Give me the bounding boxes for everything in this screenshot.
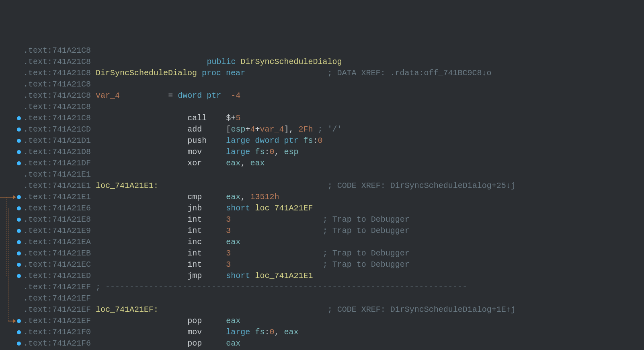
gutter-row[interactable] [0,101,23,113]
gutter-row[interactable] [0,56,23,68]
breakpoint-marker[interactable] [17,274,21,278]
gutter-row[interactable] [0,79,23,90]
gutter-row[interactable] [0,191,23,203]
disasm-line[interactable]: .text:741A21C8 public DirSyncScheduleDia… [23,56,644,68]
gutter-row[interactable] [0,68,23,79]
disasm-line[interactable]: .text:741A21EB int 3 ; Trap to Debugger [23,248,644,259]
code-pane[interactable]: .text:741A21C8 .text:741A21C8 public Dir… [23,45,644,350]
breakpoint-marker[interactable] [17,218,21,222]
breakpoint-marker[interactable] [17,195,21,199]
gutter-row[interactable] [0,214,23,225]
disasm-line[interactable]: .text:741A21D8 mov large fs:0, esp [23,146,644,158]
disasm-line[interactable]: .text:741A21C8 DirSyncScheduleDialog pro… [23,68,644,79]
gutter-row[interactable] [0,338,23,349]
breakpoint-marker[interactable] [17,161,21,165]
disasm-line[interactable]: .text:741A21E9 int 3 ; Trap to Debugger [23,225,644,237]
breakpoint-marker[interactable] [17,150,21,154]
flow-line [6,197,6,276]
disasm-line[interactable]: .text:741A21E8 int 3 ; Trap to Debugger [23,214,644,225]
gutter-row[interactable] [0,282,23,293]
disassembly-view[interactable]: .text:741A21C8 .text:741A21C8 public Dir… [0,45,644,350]
gutter-row[interactable] [0,304,23,315]
jump-arrow-icon [0,197,15,198]
gutter-row[interactable] [0,180,23,191]
breakpoint-marker[interactable] [17,139,21,143]
disasm-line[interactable]: .text:741A21E1 [23,169,644,180]
disasm-line[interactable]: .text:741A21EC int 3 ; Trap to Debugger [23,259,644,270]
gutter-row[interactable] [0,327,23,338]
disasm-line[interactable]: .text:741A21F6 pop eax [23,338,644,349]
disasm-line[interactable]: .text:741A21EF loc_741A21EF: ; CODE XREF… [23,304,644,315]
disasm-line[interactable]: .text:741A21C8 call $+5 [23,113,644,124]
gutter-row[interactable] [0,113,23,124]
disasm-line[interactable]: .text:741A21EF [23,293,644,304]
gutter-row[interactable] [0,90,23,101]
gutter-row[interactable] [0,169,23,180]
gutter-row[interactable] [0,270,23,282]
gutter-row[interactable] [0,315,23,327]
disasm-line[interactable]: .text:741A21D1 push large dword ptr fs:0 [23,135,644,146]
gutter-row[interactable] [0,124,23,135]
gutter-row[interactable] [0,158,23,169]
disasm-line[interactable]: .text:741A21E1 loc_741A21E1: ; CODE XREF… [23,180,644,191]
gutter-row[interactable] [0,203,23,214]
gutter-row[interactable] [0,293,23,304]
gutter-row[interactable] [0,45,23,56]
breakpoint-marker[interactable] [17,128,21,132]
disasm-line[interactable]: .text:741A21ED jmp short loc_741A21E1 [23,270,644,282]
breakpoint-marker[interactable] [17,263,21,267]
gutter-row[interactable] [0,237,23,248]
breakpoint-marker[interactable] [17,116,21,120]
disasm-line[interactable]: .text:741A21C8 [23,45,644,56]
disasm-line[interactable]: .text:741A21C8 var_4 = dword ptr -4 [23,90,644,101]
gutter-row[interactable] [0,248,23,259]
breakpoint-marker[interactable] [17,319,21,323]
gutter-row[interactable] [0,146,23,158]
gutter-row[interactable] [0,259,23,270]
disasm-line[interactable]: .text:741A21C8 [23,101,644,113]
disasm-line[interactable]: .text:741A21CD add [esp+4+var_4], 2Fh ; … [23,124,644,135]
disasm-line[interactable]: .text:741A21C8 [23,79,644,90]
disasm-line[interactable]: .text:741A21EF ; -----------------------… [23,282,644,293]
disasm-line[interactable]: .text:741A21E6 jnb short loc_741A21EF [23,203,644,214]
disasm-line[interactable]: .text:741A21EF pop eax [23,315,644,327]
breakpoint-marker[interactable] [17,229,21,233]
breakpoint-marker[interactable] [17,330,21,334]
disasm-line[interactable]: .text:741A21EA inc eax [23,237,644,248]
breakpoint-marker[interactable] [17,342,21,346]
breakpoint-marker[interactable] [17,206,21,210]
jump-arrow-icon [8,321,15,321]
breakpoint-marker[interactable] [17,251,21,255]
disasm-line[interactable]: .text:741A21E1 cmp eax, 13512h [23,191,644,203]
flow-line [8,208,8,321]
gutter-row[interactable] [0,135,23,146]
disasm-line[interactable]: .text:741A21DF xor eax, eax [23,158,644,169]
disasm-line[interactable]: .text:741A21F0 mov large fs:0, eax [23,327,644,338]
breakpoint-marker[interactable] [17,240,21,244]
gutter-row[interactable] [0,225,23,237]
gutter[interactable] [0,45,23,350]
